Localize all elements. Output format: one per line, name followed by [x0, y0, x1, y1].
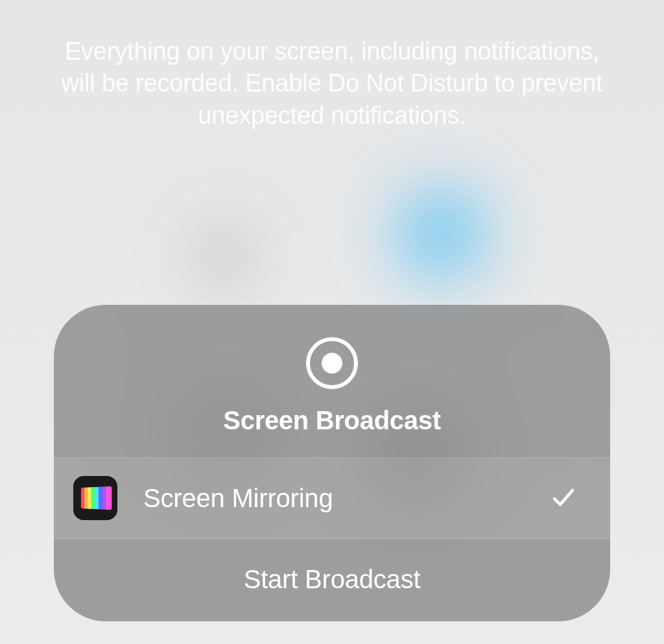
- recording-warning-text: Everything on your screen, including not…: [50, 36, 614, 132]
- record-icon: [305, 336, 359, 390]
- panel-header: Screen Broadcast: [54, 305, 610, 458]
- destination-label: Screen Mirroring: [143, 484, 552, 513]
- broadcast-panel: Screen Broadcast Screen Mirroring Start …: [54, 305, 610, 621]
- start-broadcast-label: Start Broadcast: [244, 565, 421, 594]
- svg-point-1: [322, 353, 342, 374]
- screen-mirroring-app-icon: [73, 476, 117, 520]
- panel-title: Screen Broadcast: [223, 406, 440, 435]
- broadcast-destination-row[interactable]: Screen Mirroring: [54, 458, 610, 539]
- checkmark-icon: [552, 486, 575, 510]
- start-broadcast-button[interactable]: Start Broadcast: [54, 539, 610, 621]
